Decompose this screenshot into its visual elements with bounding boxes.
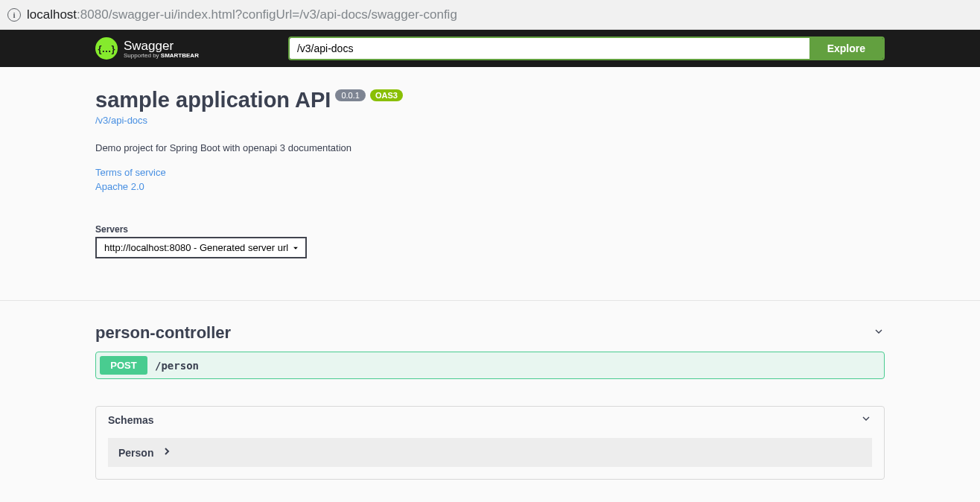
info-icon[interactable]: i xyxy=(7,8,21,22)
schemas-title: Schemas xyxy=(108,414,153,426)
version-badge: 0.0.1 xyxy=(335,89,365,101)
tag-section: person-controller POST /person xyxy=(95,323,885,379)
brand-main: Swagger xyxy=(124,39,174,53)
schema-item[interactable]: Person xyxy=(108,438,872,467)
tag-name: person-controller xyxy=(95,323,231,343)
http-method-badge: POST xyxy=(100,356,147,375)
schema-name: Person xyxy=(118,447,153,459)
servers-label: Servers xyxy=(95,224,128,235)
api-description: Demo project for Spring Boot with openap… xyxy=(95,142,885,153)
api-title: sample application API xyxy=(95,88,331,112)
swagger-logo[interactable]: {…} Swagger Supported by SMARTBEAR xyxy=(95,37,199,60)
operation-path: /person xyxy=(155,360,199,372)
brand-sub: Supported by SMARTBEAR xyxy=(124,52,199,59)
spec-url-input[interactable] xyxy=(290,38,809,59)
chevron-down-icon xyxy=(873,325,885,340)
swagger-logo-icon: {…} xyxy=(95,37,118,60)
servers-section: Servers http://localhost:8080 - Generate… xyxy=(95,222,885,258)
terms-of-service-link[interactable]: Terms of service xyxy=(95,167,885,178)
url-host: localhost xyxy=(27,7,77,22)
chevron-right-icon xyxy=(161,445,173,460)
api-title-row: sample application API 0.0.1 OAS3 xyxy=(95,88,885,112)
api-docs-link[interactable]: /v3/api-docs xyxy=(95,115,885,126)
operation-row[interactable]: POST /person xyxy=(95,352,885,379)
explore-button[interactable]: Explore xyxy=(809,38,883,59)
oas-badge: OAS3 xyxy=(370,89,403,101)
swagger-brand-text: Swagger Supported by SMARTBEAR xyxy=(124,39,199,59)
page-url[interactable]: localhost:8080/swagger-ui/index.html?con… xyxy=(27,7,457,22)
schemas-header[interactable]: Schemas xyxy=(96,407,884,433)
url-port: :8080 xyxy=(77,7,109,22)
url-path: /swagger-ui/index.html?configUrl=/v3/api… xyxy=(109,7,457,22)
browser-address-bar: i localhost:8080/swagger-ui/index.html?c… xyxy=(0,0,980,30)
swagger-topbar: {…} Swagger Supported by SMARTBEAR Explo… xyxy=(0,30,980,67)
tag-header[interactable]: person-controller xyxy=(95,323,885,343)
server-select[interactable]: http://localhost:8080 - Generated server… xyxy=(95,237,307,258)
spec-url-form: Explore xyxy=(288,36,885,60)
license-link[interactable]: Apache 2.0 xyxy=(95,181,885,192)
chevron-down-icon xyxy=(860,413,872,428)
schemas-section: Schemas Person xyxy=(95,406,885,480)
